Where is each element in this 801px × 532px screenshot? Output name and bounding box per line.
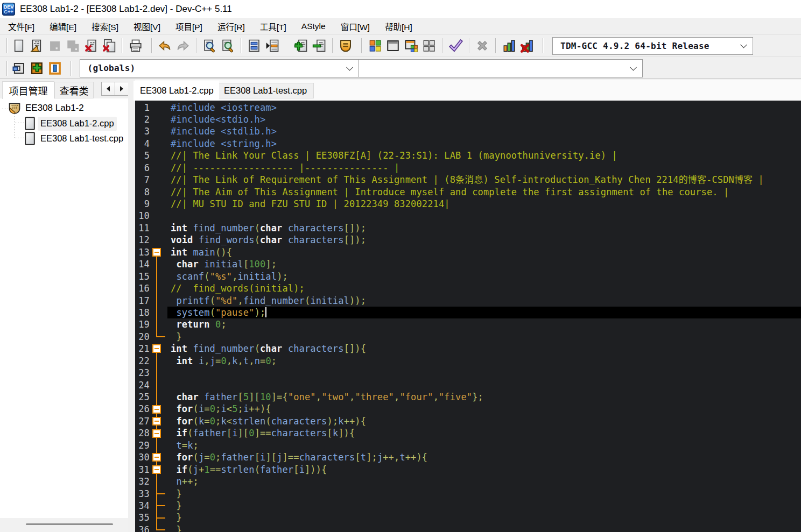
code-line[interactable]: 10 [135,210,801,222]
code-line[interactable]: 27 for(k=0;k<strlen(characters);k++){ [135,415,801,427]
sidebar-horizontal-scrollbar[interactable] [0,518,128,532]
fold-collapse-icon[interactable] [152,465,161,474]
code-line[interactable]: 29 t=k; [135,439,801,451]
menu-p[interactable]: 项目[P] [168,18,210,35]
code-line[interactable]: 35 } [135,512,801,523]
code-line[interactable]: 4#include <string.h> [135,138,801,150]
menu-astyle[interactable]: AStyle [294,19,333,34]
fold-collapse-icon[interactable] [152,417,161,425]
code-line[interactable]: 3#include <stdlib.h> [135,125,801,137]
menu-s[interactable]: 搜索[S] [84,18,126,35]
code-line[interactable]: 28 if(father[i][0]==characters[k]){ [135,427,801,439]
undo-button[interactable] [156,37,174,55]
project-properties-button[interactable] [337,37,355,55]
code-line[interactable]: 5//| The Link Your Class | EE308FZ[A] (2… [135,150,801,161]
code-line[interactable]: 11int find_number(char characters[]); [135,222,801,234]
scope-select[interactable]: (globals) [80,59,359,77]
toolbar-grip[interactable] [6,38,8,53]
code-line[interactable]: 31 if(j+1==strlen(father[i])){ [135,464,801,476]
code-line[interactable]: 19 return 0; [135,318,801,330]
goto-implementation-button[interactable] [28,59,46,77]
tree-node-project[interactable]: EE308 Lab1-2 [0,102,128,117]
menu-w[interactable]: 窗口[W] [333,18,377,35]
close-all-button[interactable] [100,37,118,55]
code-line[interactable]: 9//| MU STU ID and FZU STU ID | 20122349… [135,198,801,210]
code-line[interactable]: 24 [135,379,801,391]
menu-r[interactable]: 运行[R] [210,18,252,35]
fold-line [156,476,157,487]
replace-button[interactable] [245,37,264,55]
menu-h[interactable]: 帮助[H] [377,18,420,35]
tree-node-file[interactable]: EE308 Lab1-2.cpp [0,117,128,132]
menu-f[interactable]: 文件[F] [1,18,42,35]
code-token: "two" [321,392,349,402]
code-line[interactable]: 23 [135,367,801,379]
sidebar-tabs-scroll-left-button[interactable] [101,82,115,96]
code-line[interactable]: 6//| ------------------ |---------------… [135,162,801,174]
redo-button[interactable] [174,37,192,55]
save-button[interactable] [46,37,64,55]
profile-analysis-button[interactable] [500,37,518,55]
find-in-files-button[interactable] [219,37,237,55]
toolbar-grip[interactable] [6,61,8,76]
run-button[interactable] [384,37,403,55]
tree-node-file[interactable]: EE308 Lab1-test.cpp [0,132,128,147]
goto-declaration-button[interactable] [10,59,28,77]
goto-function-button[interactable] [46,59,64,77]
code-line[interactable]: 22 int i,j=0,k,t,n=0; [135,355,801,367]
fold-collapse-icon[interactable] [152,453,161,462]
delete-profiling-button[interactable] [518,37,537,55]
code-line[interactable]: 16// find_words(initial); [135,282,801,294]
code-line[interactable]: 17 printf("%d",find_number(initial)); [135,295,801,307]
code-line[interactable]: 21int find_number(char characters[]){ [135,343,801,354]
code-editor[interactable]: 1#include <iostream>2#include<stdio.h>3#… [135,101,801,532]
new-source-file-button[interactable] [10,37,28,55]
code-line[interactable]: 2#include<stdio.h> [135,114,801,125]
compiler-select[interactable]: TDM-GCC 4.9.2 64-bit Release [552,37,753,55]
code-line[interactable]: 25 char father[5][10]={"one","two","thre… [135,391,801,403]
code-line[interactable]: 18 system("pause"); [135,307,801,318]
save-all-button[interactable] [64,37,82,55]
member-select[interactable] [359,59,643,77]
code-line[interactable]: 8//| The Aim of This Assignment | Introd… [135,186,801,198]
sidebar-tabs-scroll-right-button[interactable] [115,82,129,96]
print-button[interactable] [127,37,145,55]
open-file-button[interactable] [28,37,46,55]
compile-and-run-button[interactable] [402,37,420,55]
code-line[interactable]: 1#include <iostream> [135,102,801,114]
fold-collapse-icon[interactable] [152,405,161,414]
fold-collapse-icon[interactable] [152,429,161,438]
code-line[interactable]: 36 } [135,524,801,532]
rebuild-all-button[interactable] [420,37,439,55]
compile-button[interactable] [366,37,384,55]
menu-v[interactable]: 视图[V] [126,18,168,35]
code-line[interactable]: 26 for(i=0;i<5;i++){ [135,403,801,415]
code-line[interactable]: 14 char initial[100]; [135,258,801,270]
code-line[interactable]: 13int main(){ [135,246,801,258]
scrollbar-thumb[interactable] [26,523,113,525]
remove-file-from-project-button[interactable] [310,37,328,55]
code-line[interactable]: 20 } [135,331,801,343]
tab-view-classes[interactable]: 查看类 [54,82,94,98]
panel-splitter[interactable] [128,80,135,532]
code-line[interactable]: 15 scanf("%s",initial); [135,271,801,282]
close-file-button[interactable] [82,37,100,55]
tab-project-manager[interactable]: 项目管理 [2,81,54,99]
code-line[interactable]: 12void find_words(char characters[]); [135,234,801,246]
add-file-to-project-button[interactable] [292,37,311,55]
editor-tab-active[interactable]: EE308 Lab1-2.cpp [134,81,219,101]
code-line[interactable]: 32 n++; [135,476,801,487]
code-line[interactable]: 34 } [135,500,801,512]
code-line[interactable]: 30 for(j=0;father[i][j]==characters[t];j… [135,451,801,463]
find-button[interactable] [201,37,219,55]
menu-e[interactable]: 编辑[E] [42,18,84,35]
code-line[interactable]: 7//| The Link of Requirement of This Ass… [135,174,801,186]
syntax-check-button[interactable] [447,37,465,55]
editor-tab-inactive[interactable]: EE308 Lab1-test.cpp [217,83,314,98]
fold-collapse-icon[interactable] [152,248,161,257]
goto-line-button[interactable] [263,37,282,55]
code-line[interactable]: 33 } [135,488,801,500]
menu-t[interactable]: 工具[T] [252,18,294,35]
abort-compilation-button[interactable] [474,37,492,55]
fold-collapse-icon[interactable] [152,344,161,353]
